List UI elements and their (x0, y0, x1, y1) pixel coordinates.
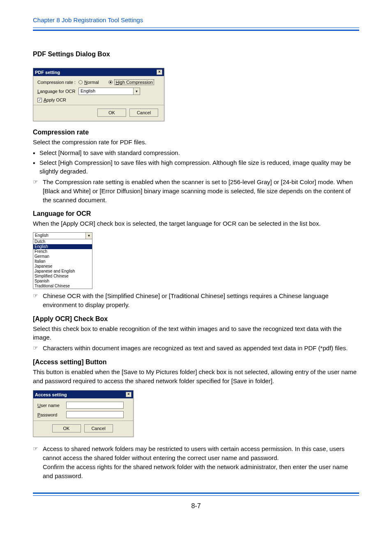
compression-note: The Compression rate setting is enabled … (33, 178, 359, 204)
language-listbox: English ▼ DutchEnglishFrenchGermanItalia… (33, 232, 92, 289)
compression-rate-label: Compression rate : (37, 80, 78, 85)
password-label: Password (37, 412, 66, 417)
chevron-down-icon[interactable]: ▼ (85, 233, 92, 239)
apply-ocr-note: Characters within document images are re… (33, 344, 359, 353)
language-combo-value: English (79, 88, 133, 95)
access-heading: [Access setting] Button (33, 358, 359, 366)
language-option[interactable]: Spanish (33, 279, 92, 284)
apply-ocr-label: Apply OCR (44, 97, 66, 102)
list-item: Select [High Compression] to save files … (33, 158, 359, 176)
language-listbox-combo[interactable]: English ▼ (33, 232, 92, 239)
compression-intro: Select the compression rate for PDF file… (33, 138, 359, 147)
language-option[interactable]: Dutch (33, 239, 92, 244)
radio-normal[interactable]: Normal (78, 80, 99, 85)
dialog-titlebar: PDF setting × (33, 68, 164, 76)
section-title: PDF Settings Dialog Box (33, 51, 359, 58)
language-option[interactable]: French (33, 249, 92, 254)
header-rule-thick (33, 30, 359, 31)
language-combo[interactable]: English ▼ (78, 88, 140, 95)
language-option[interactable]: Traditional Chinese (33, 284, 92, 289)
radio-icon (108, 80, 113, 84)
username-input[interactable] (66, 402, 124, 409)
apply-ocr-heading: [Apply OCR] Check Box (33, 315, 359, 323)
cancel-button[interactable]: Cancel (84, 424, 113, 432)
list-item: Select [Normal] to save with standard co… (33, 148, 359, 157)
access-intro: This button is enabled when the [Save to… (33, 368, 359, 386)
language-note: Chinese OCR with the [Simplified Chinese… (33, 291, 359, 310)
checkbox-icon: ✓ (37, 98, 42, 102)
pdf-setting-dialog: PDF setting × Compression rate : Normal … (33, 68, 164, 121)
dialog-titlebar: Access setting × (33, 391, 133, 398)
password-input[interactable] (66, 411, 124, 418)
close-icon[interactable]: × (157, 69, 162, 75)
access-setting-dialog: Access setting × User name Password OK C… (33, 390, 134, 437)
access-note-1: Access to shared network folders may be … (33, 444, 359, 480)
apply-ocr-checkbox[interactable]: ✓ Apply OCR (37, 97, 66, 102)
cancel-button[interactable]: Cancel (129, 109, 158, 117)
language-option[interactable]: Japanese (33, 264, 92, 269)
language-option[interactable]: German (33, 254, 92, 259)
language-option[interactable]: Japanese and English (33, 269, 92, 274)
footer-rule-thin (33, 495, 359, 496)
close-icon[interactable]: × (126, 392, 131, 397)
dialog-separator (33, 105, 164, 105)
radio-high-compression[interactable]: High Compression (108, 79, 154, 85)
radio-high-label: High Compression (114, 79, 154, 85)
language-listbox-value: English (33, 233, 85, 239)
dialog-separator (33, 421, 133, 421)
dialog-title-text: Access setting (35, 392, 67, 397)
username-label: User name (37, 403, 66, 408)
dialog-title-text: PDF setting (35, 70, 60, 75)
language-option[interactable]: English (33, 244, 92, 249)
language-option[interactable]: Italian (33, 259, 92, 264)
language-heading: Language for OCR (33, 210, 359, 217)
ok-button[interactable]: OK (52, 424, 81, 432)
chevron-down-icon[interactable]: ▼ (133, 88, 140, 95)
footer-rule-thick (33, 493, 359, 494)
language-for-ocr-label: Language for OCR (37, 89, 78, 94)
radio-icon (78, 80, 83, 84)
apply-ocr-intro: Select this check box to enable recognit… (33, 324, 359, 342)
page-number: 8-7 (0, 502, 392, 510)
language-intro: When the [Apply OCR] check box is select… (33, 219, 359, 228)
header-rule-thin (33, 28, 359, 28)
language-option[interactable]: Simplified Chinese (33, 274, 92, 279)
ok-button[interactable]: OK (97, 109, 126, 117)
radio-normal-label: Normal (84, 80, 99, 85)
compression-heading: Compression rate (33, 129, 359, 136)
chapter-header: Chapter 8 Job Registration Tool Settings (0, 16, 392, 28)
